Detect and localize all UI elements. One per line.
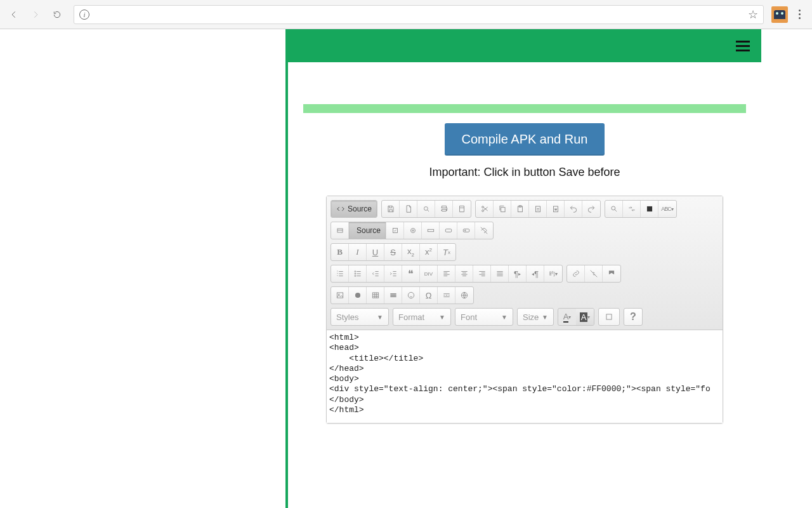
svg-rect-3 [501,208,504,212]
form-icon[interactable] [331,222,349,239]
button-icon[interactable] [440,222,457,239]
svg-rect-10 [337,229,342,232]
anchor-icon[interactable] [603,265,620,282]
url-input[interactable] [95,10,743,20]
svg-rect-27 [606,314,612,319]
svg-point-8 [611,206,615,210]
paste-icon[interactable] [511,201,529,217]
maximize-icon[interactable] [598,308,620,326]
pagebreak-icon[interactable] [438,287,455,304]
paste-word-icon[interactable] [547,201,565,217]
underline-icon[interactable]: U [367,244,384,260]
flash-icon[interactable] [349,287,367,304]
blockquote-icon[interactable]: ❝ [402,265,420,282]
about-button[interactable]: ? [624,308,643,326]
align-center-icon[interactable] [455,265,473,282]
menu-button[interactable] [736,41,750,51]
svg-point-19 [355,273,356,274]
preview-icon[interactable] [417,201,435,217]
print-icon[interactable] [435,201,453,217]
svg-rect-14 [428,229,433,232]
checkbox-icon[interactable] [386,222,404,239]
reload-button[interactable] [48,6,66,23]
svg-point-18 [355,271,356,272]
hr-icon[interactable] [384,287,402,304]
progress-bar [303,104,746,113]
extension-button[interactable] [771,6,788,23]
chrome-menu-button[interactable] [792,10,807,19]
svg-rect-21 [337,293,343,298]
forward-button[interactable] [27,6,44,23]
copy-icon[interactable] [494,201,511,217]
link-icon[interactable] [567,265,585,282]
bold-icon[interactable]: B [331,244,349,260]
italic-icon[interactable]: I [349,244,367,260]
textcolor-icon[interactable]: A▾ [558,309,576,325]
back-button[interactable] [5,6,23,23]
bookmark-star-icon[interactable]: ☆ [748,8,758,22]
cut-icon[interactable] [476,201,494,217]
svg-point-17 [464,230,466,231]
strike-icon[interactable]: S [384,244,402,260]
ckeditor: Source [326,196,723,424]
align-right-icon[interactable] [473,265,491,282]
compile-apk-button[interactable]: Compile APK and Run [445,123,604,156]
templates-icon[interactable] [453,201,471,217]
svg-point-12 [410,229,415,233]
bullet-list-icon[interactable] [349,265,367,282]
svg-point-25 [408,292,414,298]
page-scroll[interactable]: Compile APK and Run Important: Click in … [0,29,812,508]
save-icon[interactable] [382,201,400,217]
radio-icon[interactable] [404,222,422,239]
styles-select[interactable]: Styles▼ [331,308,389,326]
language-icon[interactable]: 旳▾ [544,265,562,282]
align-left-icon[interactable] [438,265,455,282]
source-toggle-2[interactable]: Source [349,222,386,239]
svg-point-23 [355,293,360,298]
subscript-icon[interactable]: x2 [402,244,420,260]
site-info-icon[interactable]: i [79,10,89,20]
newpage-icon[interactable] [400,201,417,217]
paste-text-icon[interactable] [529,201,547,217]
superscript-icon[interactable]: x2 [420,244,438,260]
bidi-ltr-icon[interactable]: ¶▸ [509,265,527,282]
specialchar-icon[interactable]: Ω [420,287,438,304]
image-icon[interactable] [331,287,349,304]
source-editor[interactable]: <html> <head> <title></title> </head> <b… [327,330,723,423]
replace-icon[interactable] [623,201,641,217]
format-select[interactable]: Format▼ [393,308,451,326]
svg-rect-6 [535,206,540,212]
address-bar[interactable]: i ☆ [74,5,764,24]
unlink-icon[interactable] [585,265,603,282]
selectall-icon[interactable] [641,201,658,217]
bgcolor-icon[interactable]: A▾ [576,309,594,325]
svg-rect-24 [372,293,378,298]
app-header [288,29,761,62]
redo-icon[interactable] [582,201,600,217]
browser-toolbar: i ☆ [0,0,812,29]
font-select[interactable]: Font▼ [455,308,513,326]
removeformat-icon[interactable]: Tx [438,244,455,260]
undo-icon[interactable] [565,201,582,217]
find-icon[interactable] [605,201,623,217]
source-toggle[interactable]: Source [331,201,377,217]
indent-icon[interactable] [384,265,402,282]
svg-rect-9 [646,206,652,211]
robot-icon [774,10,785,19]
svg-rect-16 [463,229,469,232]
table-icon[interactable] [367,287,384,304]
textfield-icon[interactable] [422,222,440,239]
div-icon[interactable]: DIV [420,265,438,282]
outdent-icon[interactable] [367,265,384,282]
size-select[interactable]: Size▼ [517,308,554,326]
imagebutton-icon[interactable] [457,222,475,239]
hiddenfield-icon[interactable] [475,222,493,239]
numbered-list-icon[interactable] [331,265,349,282]
spellcheck-icon[interactable]: ABC▾ [658,201,676,217]
justify-icon[interactable] [491,265,509,282]
smiley-icon[interactable] [402,287,420,304]
source-toggle-label: Source [348,204,372,213]
bidi-rtl-icon[interactable]: ◂¶ [527,265,544,282]
iframe-icon[interactable] [455,287,473,304]
ckeditor-toolbar: Source [327,196,723,330]
